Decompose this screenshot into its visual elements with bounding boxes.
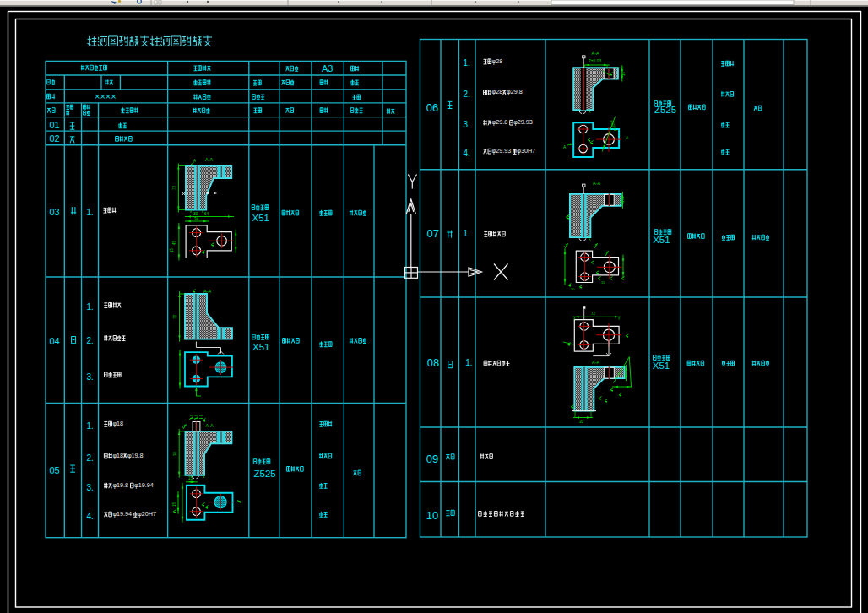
svg-text:A-A: A-A xyxy=(203,289,212,294)
svg-text:X51: X51 xyxy=(653,235,670,245)
svg-text:72: 72 xyxy=(173,314,177,319)
svg-text:04: 04 xyxy=(50,336,60,346)
svg-text:1.: 1. xyxy=(87,302,94,312)
svg-text:φ28: φ28 xyxy=(492,57,503,65)
svg-text:4.: 4. xyxy=(87,512,94,521)
svg-text:φ19.8: φ19.8 xyxy=(112,481,128,489)
svg-text:15: 15 xyxy=(601,280,605,285)
svg-text:08: 08 xyxy=(427,356,439,369)
svg-text:30: 30 xyxy=(173,451,177,456)
svg-text:05: 05 xyxy=(50,465,60,475)
svg-text:Z525: Z525 xyxy=(654,105,676,115)
svg-text:φ18: φ18 xyxy=(112,452,123,459)
svg-text:φ29.8: φ29.8 xyxy=(507,88,523,95)
svg-text:1.: 1. xyxy=(87,208,94,217)
svg-text:A-A: A-A xyxy=(206,423,214,428)
svg-text:X51: X51 xyxy=(252,342,269,352)
svg-text:A-A: A-A xyxy=(205,157,214,162)
svg-text:2.: 2. xyxy=(464,90,470,99)
svg-text:3.: 3. xyxy=(464,120,470,129)
svg-text:Z525: Z525 xyxy=(254,469,276,479)
svg-text:15: 15 xyxy=(188,476,193,480)
svg-text:45: 45 xyxy=(172,240,176,245)
svg-text:01: 01 xyxy=(50,120,60,130)
svg-text:4.: 4. xyxy=(464,149,470,158)
svg-text:φ18: φ18 xyxy=(112,420,123,427)
svg-text:15: 15 xyxy=(170,247,174,252)
svg-text:02: 02 xyxy=(50,133,60,144)
svg-text:φ19.8: φ19.8 xyxy=(127,452,144,459)
svg-text:1.: 1. xyxy=(464,229,470,238)
svg-text:10: 10 xyxy=(426,509,438,522)
svg-text:φ29.8: φ29.8 xyxy=(492,118,508,126)
svg-text:7±0.03: 7±0.03 xyxy=(589,58,601,63)
svg-text:××××: ×××× xyxy=(95,91,117,101)
svg-text:03: 03 xyxy=(50,207,60,217)
svg-text:1.: 1. xyxy=(465,358,472,367)
svg-text:3.: 3. xyxy=(87,372,94,382)
svg-text:72: 72 xyxy=(172,185,176,190)
svg-text:X51: X51 xyxy=(653,361,670,371)
svg-text:30: 30 xyxy=(193,211,198,216)
svg-text:A3: A3 xyxy=(322,63,333,73)
svg-text:φ28: φ28 xyxy=(492,88,503,95)
svg-text:72: 72 xyxy=(591,312,596,316)
svg-text:34: 34 xyxy=(194,217,199,221)
svg-text:2.: 2. xyxy=(87,453,94,463)
svg-text:1.: 1. xyxy=(87,421,94,431)
svg-text:15: 15 xyxy=(172,502,176,507)
svg-text:07: 07 xyxy=(427,227,439,240)
svg-text:30: 30 xyxy=(571,287,575,291)
svg-text:A-A: A-A xyxy=(593,181,601,186)
svg-text:09: 09 xyxy=(426,453,438,465)
svg-text:3.: 3. xyxy=(87,483,94,492)
svg-text:A-A: A-A xyxy=(592,51,600,56)
svg-text:φ30H7: φ30H7 xyxy=(517,147,535,155)
svg-text:X51: X51 xyxy=(252,213,269,223)
svg-text:A: A xyxy=(193,159,196,163)
svg-text:φ29.93: φ29.93 xyxy=(513,118,533,126)
svg-text:10: 10 xyxy=(621,198,625,203)
svg-text:φ19.94: φ19.94 xyxy=(112,510,132,518)
svg-text:10: 10 xyxy=(621,71,626,76)
svg-text:64: 64 xyxy=(204,212,209,216)
svg-text:1.: 1. xyxy=(464,58,470,68)
svg-text:A-A: A-A xyxy=(592,360,600,365)
svg-text:φ20H7: φ20H7 xyxy=(138,510,156,518)
svg-text:2.: 2. xyxy=(87,336,94,345)
svg-text:φ19.94: φ19.94 xyxy=(134,481,154,489)
svg-text:φ29.93: φ29.93 xyxy=(492,147,512,155)
svg-text:06: 06 xyxy=(426,101,438,114)
svg-text:30: 30 xyxy=(579,420,584,424)
